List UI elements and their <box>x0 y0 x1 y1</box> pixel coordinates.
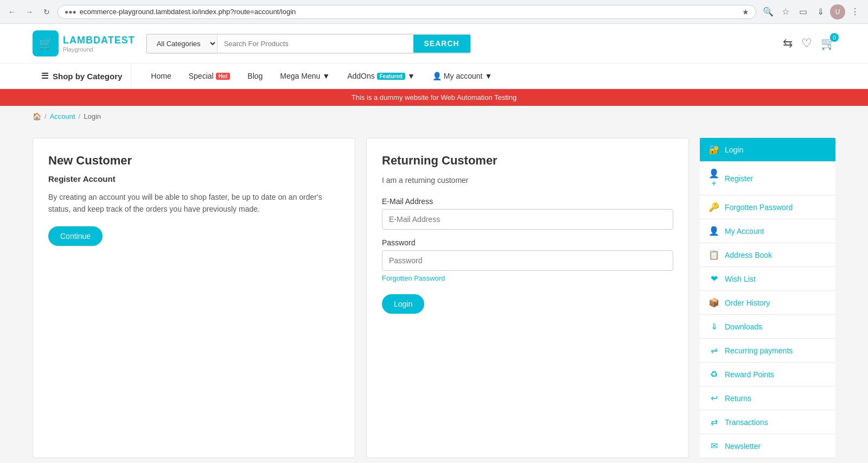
nav-mega-menu-label: Mega Menu <box>280 72 320 80</box>
bookmark-button[interactable]: ☆ <box>778 4 793 20</box>
new-customer-description: By creating an account you will be able … <box>48 191 340 215</box>
order-history-icon: 📦 <box>709 297 719 308</box>
wishlist-button[interactable]: ♡ <box>801 36 812 50</box>
breadcrumb: 🏠 / Account / Login <box>0 106 868 127</box>
site-header: 🛒 LAMBDATEST Playground All Categories S… <box>0 24 868 64</box>
account-person-icon: 👤 <box>432 72 442 80</box>
forgotten-password-icon: 🔑 <box>709 202 719 212</box>
sidebar-wish-list-label: Wish List <box>725 275 756 283</box>
sidebar-address-book-label: Address Book <box>725 251 772 259</box>
wish-list-icon: ❤ <box>709 274 719 284</box>
nav-mega-menu[interactable]: Mega Menu ▼ <box>271 64 339 88</box>
search-input[interactable] <box>218 35 413 53</box>
browser-chrome: ← → ↻ ●●● ecommerce-playground.lambdates… <box>0 0 868 24</box>
sidebar-item-recurring-payments[interactable]: ⇌ Recurring payments <box>700 339 835 363</box>
password-input[interactable] <box>382 250 673 271</box>
login-button[interactable]: Login <box>382 294 424 314</box>
url-text: ecommerce-playground.lambdatest.io/index… <box>80 8 739 16</box>
menu-icon: ☰ <box>41 71 48 81</box>
breadcrumb-sep-2: / <box>79 112 81 120</box>
sidebar-newsletter-label: Newsletter <box>725 442 761 451</box>
forgotten-password-link[interactable]: Forgotten Password <box>382 274 673 282</box>
my-account-arrow-icon: ▼ <box>484 72 492 80</box>
cart-button[interactable]: 🛒 0 <box>821 36 835 50</box>
category-select[interactable]: All Categories <box>147 35 218 53</box>
compare-button[interactable]: ⇆ <box>783 36 793 50</box>
sidebar-item-downloads[interactable]: ⇓ Downloads <box>700 315 835 339</box>
menu-button[interactable]: ⋮ <box>847 4 863 20</box>
logo-name: LAMBDATEST <box>63 35 135 46</box>
profile-avatar[interactable]: U <box>830 4 845 20</box>
nav-addons-label: AddOns <box>347 72 375 80</box>
sidebar-item-address-book[interactable]: 📋 Address Book <box>700 243 835 267</box>
sidebar-item-order-history[interactable]: 📦 Order History <box>700 291 835 315</box>
nav-special[interactable]: Special Hot <box>180 64 239 88</box>
download-button[interactable]: ⇓ <box>813 4 828 20</box>
breadcrumb-login: Login <box>84 112 101 120</box>
header-icons: ⇆ ♡ 🛒 0 <box>783 36 835 50</box>
continue-button[interactable]: Continue <box>48 226 103 246</box>
forward-button[interactable]: → <box>23 5 36 18</box>
register-icon: 👤+ <box>709 168 719 188</box>
sidebar-item-login[interactable]: 🔐 Login <box>700 138 835 162</box>
sidebar-my-account-label: My Account <box>725 227 764 236</box>
nav-home-label: Home <box>151 72 171 80</box>
password-label: Password <box>382 238 673 247</box>
url-bar[interactable]: ●●● ecommerce-playground.lambdatest.io/i… <box>58 5 756 19</box>
hot-badge: Hot <box>216 73 231 80</box>
banner-text: This is a dummy website for Web Automati… <box>352 93 516 102</box>
breadcrumb-home[interactable]: 🏠 <box>33 112 41 120</box>
heart-icon: ♡ <box>801 36 812 50</box>
sidebar-item-my-account[interactable]: 👤 My Account <box>700 219 835 243</box>
new-customer-subtitle: Register Account <box>48 174 340 183</box>
nav-my-account-label: My account <box>444 72 483 80</box>
nav-special-label: Special <box>189 72 214 80</box>
nav-bar: ☰ Shop by Category Home Special Hot Blog… <box>0 64 868 89</box>
refresh-button[interactable]: ↻ <box>40 5 53 18</box>
nav-blog[interactable]: Blog <box>239 64 271 88</box>
sidebar-login-label: Login <box>725 145 743 154</box>
sidebar-register-label: Register <box>725 174 753 183</box>
nav-addons[interactable]: AddOns Featured ▼ <box>339 64 424 88</box>
nav-my-account[interactable]: 👤 My account ▼ <box>424 64 501 88</box>
returning-customer-subtitle: I am a returning customer <box>382 174 673 186</box>
back-button[interactable]: ← <box>5 5 18 18</box>
breadcrumb-account[interactable]: Account <box>50 112 75 120</box>
shop-by-category[interactable]: ☰ Shop by Category <box>33 64 131 88</box>
sidebar-item-wish-list[interactable]: ❤ Wish List <box>700 267 835 291</box>
sidebar-order-history-label: Order History <box>725 299 770 307</box>
email-label: E-Mail Address <box>382 197 673 206</box>
cart-badge: 0 <box>830 33 839 42</box>
logo[interactable]: 🛒 LAMBDATEST Playground <box>33 30 135 56</box>
sidebar-item-transactions[interactable]: ⇄ Transactions <box>700 410 835 434</box>
logo-text: LAMBDATEST Playground <box>63 35 135 53</box>
sidebar-downloads-label: Downloads <box>725 322 762 331</box>
returns-icon: ↩ <box>709 393 719 403</box>
nav-home[interactable]: Home <box>142 64 180 88</box>
my-account-icon: 👤 <box>709 226 719 236</box>
sidebar-item-register[interactable]: 👤+ Register <box>700 162 835 195</box>
compare-icon: ⇆ <box>783 36 793 50</box>
sidebar-item-forgotten-password[interactable]: 🔑 Forgotten Password <box>700 195 835 219</box>
new-customer-panel: New Customer Register Account By creatin… <box>33 138 355 458</box>
browser-action-buttons: 🔍 ☆ ▭ ⇓ U ⋮ <box>761 4 863 20</box>
sidebar-forgotten-label: Forgotten Password <box>725 203 793 212</box>
search-button[interactable]: SEARCH <box>413 35 470 53</box>
sidebar-item-reward-points[interactable]: ♻ Reward Points <box>700 363 835 386</box>
address-book-icon: 📋 <box>709 250 719 260</box>
sidebar-item-returns[interactable]: ↩ Returns <box>700 386 835 410</box>
breadcrumb-sep-1: / <box>44 112 47 120</box>
zoom-button[interactable]: 🔍 <box>761 4 776 20</box>
cast-button[interactable]: ▭ <box>795 4 810 20</box>
email-form-group: E-Mail Address <box>382 197 673 230</box>
returning-customer-panel: Returning Customer I am a returning cust… <box>366 138 689 458</box>
password-form-group: Password Forgotten Password <box>382 238 673 282</box>
sidebar-item-newsletter[interactable]: ✉ Newsletter <box>700 434 835 458</box>
featured-badge: Featured <box>377 73 405 80</box>
panels-area: New Customer Register Account By creatin… <box>33 138 689 458</box>
newsletter-icon: ✉ <box>709 441 719 451</box>
reward-points-icon: ♻ <box>709 369 719 379</box>
email-input[interactable] <box>382 209 673 230</box>
login-icon: 🔐 <box>709 144 719 155</box>
sidebar-reward-points-label: Reward Points <box>725 370 774 379</box>
